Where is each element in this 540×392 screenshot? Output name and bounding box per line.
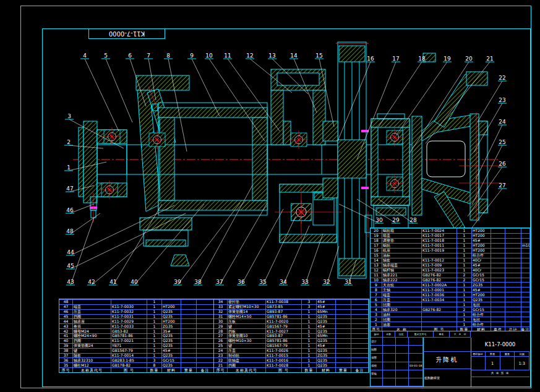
bom-cell: 隔套 <box>73 353 111 358</box>
bom-cell: GB53-82 <box>111 328 147 333</box>
bom-cell <box>521 253 530 258</box>
balloon-number: 24 <box>499 119 506 125</box>
bom-cell: 32 <box>214 309 228 314</box>
bom-cell <box>197 314 214 319</box>
bom-cell: GB178-82 <box>111 362 147 367</box>
bom-cell: Q235 <box>162 309 181 314</box>
bom-cell <box>162 299 181 304</box>
bom-cell: 1 <box>457 253 472 258</box>
bom-cell <box>491 268 505 273</box>
leader-line <box>106 59 132 122</box>
bom-cell <box>181 328 197 333</box>
bom-cell: 21 <box>214 362 228 367</box>
balloon-number: 14 <box>290 53 298 59</box>
bom-cell: 36 <box>59 357 73 362</box>
bom-cell: YB71 <box>111 343 147 348</box>
bom-cell <box>181 299 197 304</box>
balloon-number: 27 <box>499 182 505 189</box>
bom-cell: Q235 <box>472 297 491 302</box>
bom-cell: K11-7-0026 <box>266 348 302 353</box>
leader-line <box>338 62 371 141</box>
bom-table-right: 20蜗轮箱K11-7-00241HT20019箱盖K11-7-00171HT20… <box>370 228 531 332</box>
bom-cell: 调整垫 <box>382 238 422 243</box>
bom-cell: 数量 <box>302 367 317 372</box>
bom-cell: 1 <box>147 348 162 353</box>
bom-cell: Q235 <box>317 348 336 353</box>
bom-cell: 1 <box>147 318 162 323</box>
bom-cell <box>197 357 214 362</box>
bom-cell: 1 <box>147 304 162 309</box>
leader-line <box>241 209 283 285</box>
bom-cell <box>351 362 369 367</box>
bom-cell: 26 <box>214 338 228 343</box>
balloon-number: 47 <box>66 185 73 192</box>
bom-cell: 1 <box>302 323 317 328</box>
bom-cell: K11-7-0029 <box>111 318 147 323</box>
bom-cell: Q235 <box>317 328 336 333</box>
bom-cell: 8 <box>147 362 162 367</box>
bom-cell: 46 <box>59 309 73 314</box>
bom-cell <box>351 299 369 304</box>
bom-cell <box>491 238 505 243</box>
bom-cell: K11-7-0036 <box>422 292 457 297</box>
bom-cell: 蜗轮箱 <box>382 228 422 233</box>
balloon-number: 34 <box>280 279 287 285</box>
bom-cell <box>181 314 197 319</box>
bom-cell: 4 <box>371 307 382 312</box>
bom-cell: 23 <box>214 353 228 358</box>
bom-cell: K11-7-0019 <box>422 248 457 253</box>
bom-cell <box>336 328 351 333</box>
bom-cell: 12 <box>371 268 382 273</box>
balloon-number: 31 <box>345 279 351 285</box>
sig-cell <box>396 354 409 362</box>
bom-cell <box>505 297 521 302</box>
bom-cell: GB1567-79 <box>266 343 302 348</box>
bom-cell: 1 <box>302 314 317 319</box>
bom-cell: 1 <box>457 268 472 273</box>
bom-cell: K11-7-0016 <box>266 357 302 362</box>
balloon-number: 3 <box>67 113 71 119</box>
bom-cell: 压盖 <box>382 297 422 302</box>
sig-cell <box>396 362 409 370</box>
balloon-number: 30 <box>375 217 383 223</box>
bom-cell <box>505 307 521 312</box>
bom-cell: 45# <box>472 263 491 268</box>
sig-cell <box>396 378 409 386</box>
sig-cell: 制图 <box>371 346 383 354</box>
balloon-number: 32 <box>323 279 330 285</box>
bom-cell: 重量 <box>336 367 351 372</box>
bom-cell: 41 <box>59 333 73 338</box>
sig-cell <box>396 346 409 354</box>
bom-cell: HT200 <box>162 304 181 309</box>
bom-cell: 材料 <box>317 367 336 372</box>
bom-cell: 17 <box>371 243 382 248</box>
bom-cell: 1 <box>147 353 162 358</box>
bom-cell: 45# <box>472 238 491 243</box>
bom-cell <box>422 253 457 258</box>
bom-cell: 1 <box>371 322 382 326</box>
bom-cell <box>491 248 505 253</box>
balloon-number: 38 <box>194 279 202 285</box>
balloon-number: 11 <box>224 53 231 59</box>
info-value <box>500 357 515 370</box>
bom-cell: GB276-82 <box>422 307 457 312</box>
bom-cell: 压盖 <box>73 309 111 314</box>
bom-cell: 40Cr <box>472 258 491 263</box>
bom-table-middle: 34密封垫K11-7-0038345#33紧定螺钉M10×30GB73-8534… <box>213 299 369 373</box>
revision-strip: 标记处数分区更改文件号签名年、月、日 <box>371 331 471 338</box>
balloon-number: 2 <box>67 139 71 145</box>
bom-cell: 9 <box>371 282 382 287</box>
bom-cell <box>505 317 521 322</box>
bom-cell <box>521 273 530 278</box>
title-block-right: K11-7-0000 图样标记数量重量比例11:3 共 张 第 张 <box>471 338 529 386</box>
bom-cell: K11-7-0031 <box>111 314 147 319</box>
balloon-number: 39 <box>174 279 181 285</box>
bom-cell: 40 <box>59 338 73 343</box>
bom-cell <box>521 238 530 243</box>
sig-cell <box>409 378 423 386</box>
bom-cell: 19 <box>371 233 382 238</box>
bom-cell: Q235 <box>162 314 181 319</box>
bom-cell: 组合件 <box>472 322 491 326</box>
bom-cell <box>351 318 369 323</box>
bom-cell: 材料 <box>162 367 181 372</box>
